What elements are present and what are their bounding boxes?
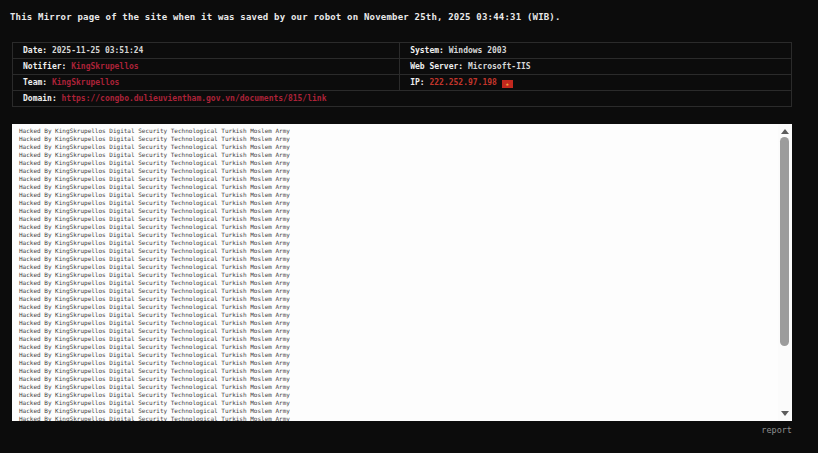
table-row: Domain: https://congbo.dulieuvientham.go… — [13, 91, 792, 107]
notifier-label: Notifier: — [23, 62, 66, 71]
info-table: Date: 2025-11-25 03:51:24 System: Window… — [12, 42, 792, 107]
hacked-line: Hacked By KingSkrupellos Digital Securit… — [19, 143, 792, 151]
hacked-line: Hacked By KingSkrupellos Digital Securit… — [19, 135, 792, 143]
hacked-line: Hacked By KingSkrupellos Digital Securit… — [19, 391, 792, 399]
hacked-line: Hacked By KingSkrupellos Digital Securit… — [19, 175, 792, 183]
vietnam-flag-icon: ★ — [502, 80, 513, 88]
hacked-line: Hacked By KingSkrupellos Digital Securit… — [19, 335, 792, 343]
hacked-line: Hacked By KingSkrupellos Digital Securit… — [19, 311, 792, 319]
hacked-line: Hacked By KingSkrupellos Digital Securit… — [19, 415, 792, 421]
hacked-line: Hacked By KingSkrupellos Digital Securit… — [19, 295, 792, 303]
domain-cell: Domain: https://congbo.dulieuvientham.go… — [13, 91, 792, 107]
hacked-line: Hacked By KingSkrupellos Digital Securit… — [19, 239, 792, 247]
hacked-line: Hacked By KingSkrupellos Digital Securit… — [19, 319, 792, 327]
hacked-line: Hacked By KingSkrupellos Digital Securit… — [19, 183, 792, 191]
table-row: Team: KingSkrupellos IP: 222.252.97.198★ — [13, 75, 792, 91]
hacked-line: Hacked By KingSkrupellos Digital Securit… — [19, 359, 792, 367]
hacked-lines: Hacked By KingSkrupellos Digital Securit… — [12, 124, 792, 421]
hacked-line: Hacked By KingSkrupellos Digital Securit… — [19, 199, 792, 207]
hacked-line: Hacked By KingSkrupellos Digital Securit… — [19, 247, 792, 255]
table-row: Date: 2025-11-25 03:51:24 System: Window… — [13, 43, 792, 59]
mirror-saved-header: This Mirror page of the site when it was… — [10, 12, 561, 22]
hacked-line: Hacked By KingSkrupellos Digital Securit… — [19, 127, 792, 135]
hacked-line: Hacked By KingSkrupellos Digital Securit… — [19, 287, 792, 295]
table-row: Notifier: KingSkrupellos Web Server: Mic… — [13, 59, 792, 75]
system-label: System: — [410, 46, 444, 55]
hacked-line: Hacked By KingSkrupellos Digital Securit… — [19, 407, 792, 415]
hacked-line: Hacked By KingSkrupellos Digital Securit… — [19, 255, 792, 263]
hacked-line: Hacked By KingSkrupellos Digital Securit… — [19, 327, 792, 335]
notifier-cell: Notifier: KingSkrupellos — [13, 59, 400, 75]
hacked-line: Hacked By KingSkrupellos Digital Securit… — [19, 223, 792, 231]
hacked-line: Hacked By KingSkrupellos Digital Securit… — [19, 343, 792, 351]
hacked-line: Hacked By KingSkrupellos Digital Securit… — [19, 271, 792, 279]
hacked-line: Hacked By KingSkrupellos Digital Securit… — [19, 263, 792, 271]
ip-value[interactable]: 222.252.97.198 — [429, 78, 496, 87]
ip-cell: IP: 222.252.97.198★ — [400, 75, 792, 91]
webserver-cell: Web Server: Microsoft-IIS — [400, 59, 792, 75]
hacked-line: Hacked By KingSkrupellos Digital Securit… — [19, 279, 792, 287]
hacked-line: Hacked By KingSkrupellos Digital Securit… — [19, 207, 792, 215]
hacked-line: Hacked By KingSkrupellos Digital Securit… — [19, 303, 792, 311]
defacement-mirror-frame: Hacked By KingSkrupellos Digital Securit… — [12, 124, 792, 421]
hacked-line: Hacked By KingSkrupellos Digital Securit… — [19, 191, 792, 199]
hacked-line: Hacked By KingSkrupellos Digital Securit… — [19, 351, 792, 359]
hacked-line: Hacked By KingSkrupellos Digital Securit… — [19, 215, 792, 223]
date-label: Date: — [23, 46, 47, 55]
system-cell: System: Windows 2003 — [400, 43, 792, 59]
webserver-label: Web Server: — [410, 62, 463, 71]
scrollbar-thumb[interactable] — [780, 137, 789, 346]
hacked-line: Hacked By KingSkrupellos Digital Securit… — [19, 375, 792, 383]
hacked-line: Hacked By KingSkrupellos Digital Securit… — [19, 231, 792, 239]
hacked-line: Hacked By KingSkrupellos Digital Securit… — [19, 151, 792, 159]
hacked-line: Hacked By KingSkrupellos Digital Securit… — [19, 159, 792, 167]
date-cell: Date: 2025-11-25 03:51:24 — [13, 43, 400, 59]
hacked-line: Hacked By KingSkrupellos Digital Securit… — [19, 399, 792, 407]
hacked-line: Hacked By KingSkrupellos Digital Securit… — [19, 367, 792, 375]
team-label: Team: — [23, 78, 47, 87]
webserver-value: Microsoft-IIS — [468, 62, 531, 71]
report-link[interactable]: report — [761, 425, 792, 435]
hacked-line: Hacked By KingSkrupellos Digital Securit… — [19, 167, 792, 175]
date-value: 2025-11-25 03:51:24 — [52, 46, 144, 55]
domain-link[interactable]: https://congbo.dulieuvientham.gov.vn/doc… — [62, 94, 327, 103]
domain-label: Domain: — [23, 94, 57, 103]
scroll-down-icon[interactable] — [781, 411, 789, 416]
team-link[interactable]: KingSkrupellos — [52, 78, 119, 87]
scrollbar[interactable] — [778, 124, 792, 421]
notifier-link[interactable]: KingSkrupellos — [71, 62, 138, 71]
system-value: Windows 2003 — [449, 46, 507, 55]
hacked-line: Hacked By KingSkrupellos Digital Securit… — [19, 383, 792, 391]
ip-label: IP: — [410, 78, 424, 87]
scroll-up-icon[interactable] — [781, 129, 789, 134]
team-cell: Team: KingSkrupellos — [13, 75, 400, 91]
